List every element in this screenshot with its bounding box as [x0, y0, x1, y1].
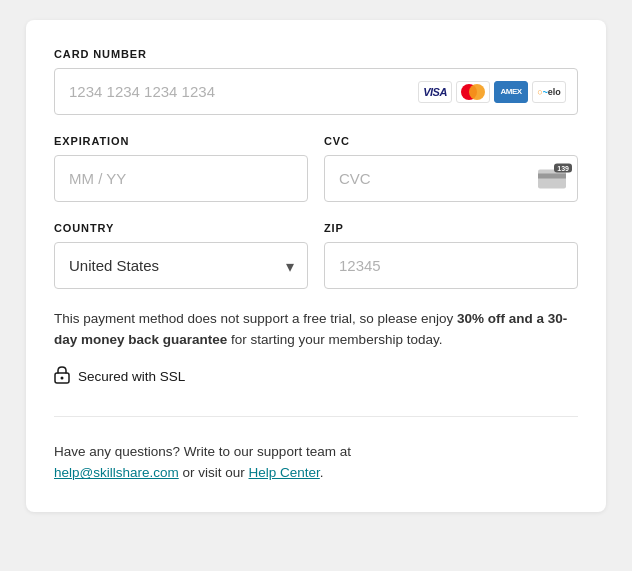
zip-input[interactable] — [324, 242, 578, 289]
support-text2: or visit our — [179, 465, 249, 480]
ssl-row: Secured with SSL — [54, 365, 578, 388]
divider — [54, 416, 578, 417]
svg-point-1 — [61, 376, 64, 379]
card-number-wrapper: VISA AMEX ○~elo — [54, 68, 578, 115]
notice-text-end: for starting your membership today. — [227, 332, 442, 347]
payment-notice: This payment method does not support a f… — [54, 309, 578, 351]
card-number-label: CARD NUMBER — [54, 48, 578, 60]
visa-icon: VISA — [418, 81, 452, 103]
payment-form: CARD NUMBER VISA AMEX ○~elo EXPIRATION C… — [26, 20, 606, 512]
notice-text-start: This payment method does not support a f… — [54, 311, 457, 326]
ssl-text: Secured with SSL — [78, 369, 185, 384]
help-center-link[interactable]: Help Center — [249, 465, 320, 480]
expiration-label: EXPIRATION — [54, 135, 308, 147]
cvc-label: CVC — [324, 135, 578, 147]
expiry-cvc-row: EXPIRATION CVC 139 — [54, 135, 578, 202]
support-email-link[interactable]: help@skillshare.com — [54, 465, 179, 480]
cvc-badge: 139 — [554, 163, 572, 172]
zip-section: ZIP — [324, 222, 578, 289]
country-zip-row: COUNTRY United States Canada United King… — [54, 222, 578, 289]
country-select[interactable]: United States Canada United Kingdom Aust… — [54, 242, 308, 289]
country-section: COUNTRY United States Canada United King… — [54, 222, 308, 289]
support-text: Have any questions? Write to our support… — [54, 444, 351, 459]
expiration-section: EXPIRATION — [54, 135, 308, 202]
expiration-input[interactable] — [54, 155, 308, 202]
cvc-wrapper: 139 — [324, 155, 578, 202]
card-number-section: CARD NUMBER VISA AMEX ○~elo — [54, 48, 578, 115]
elo-icon: ○~elo — [532, 81, 566, 103]
amex-icon: AMEX — [494, 81, 528, 103]
cvc-section: CVC 139 — [324, 135, 578, 202]
country-wrapper: United States Canada United Kingdom Aust… — [54, 242, 308, 289]
zip-label: ZIP — [324, 222, 578, 234]
country-label: COUNTRY — [54, 222, 308, 234]
lock-icon — [54, 365, 70, 388]
support-section: Have any questions? Write to our support… — [54, 441, 578, 484]
cvc-card-icon: 139 — [538, 169, 566, 188]
card-icons: VISA AMEX ○~elo — [418, 81, 566, 103]
mastercard-icon — [456, 81, 490, 103]
support-period: . — [320, 465, 324, 480]
